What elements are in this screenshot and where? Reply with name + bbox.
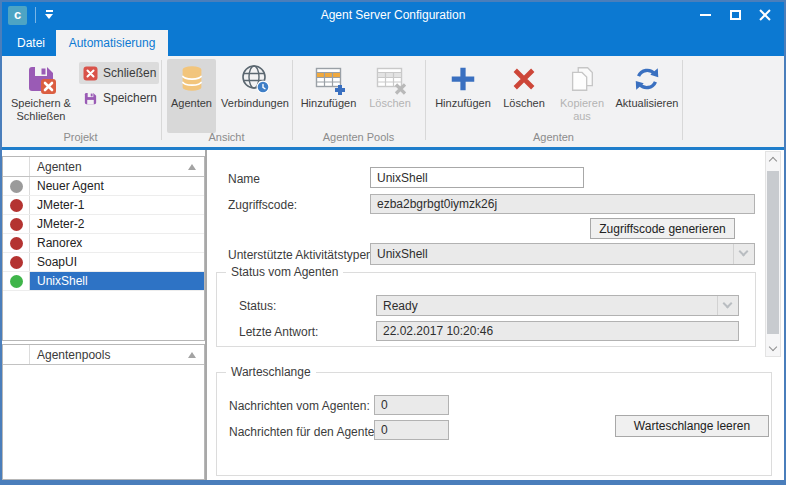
close-project-label: Schließen [103, 66, 156, 80]
chevron-down-icon [723, 299, 733, 309]
plus-icon [447, 63, 479, 95]
pool-list-header[interactable]: Agentenpools [3, 345, 204, 365]
last-response-input[interactable]: 22.02.2017 10:20:46 [376, 321, 739, 341]
agent-delete-button[interactable]: Löschen [497, 59, 551, 133]
agent-server-configuration-window: c Agent Server Configuration Datei Autom… [0, 0, 786, 485]
status-groupbox: Status vom Agenten Status: Ready Letzte … [216, 272, 756, 347]
status-circle [10, 256, 23, 269]
agent-column-header[interactable]: Agenten [30, 157, 204, 176]
queue-groupbox-label: Warteschlange [226, 365, 316, 379]
messages-for-agent-label: Nachrichten für den Agenten: [229, 425, 384, 439]
status-circle [10, 237, 23, 250]
chevron-down-icon [769, 343, 777, 351]
agent-refresh-label: Aktualisieren [616, 97, 679, 110]
status-column-header [3, 345, 30, 364]
chevron-up-icon [769, 157, 777, 165]
minimize-icon [700, 14, 711, 16]
last-response-label: Letzte Antwort: [239, 325, 318, 339]
ribbon-tab-row: Datei Automatisierung [0, 30, 786, 56]
database-icon [176, 63, 208, 95]
minimize-button[interactable] [690, 0, 720, 30]
activity-types-value: UnixShell [377, 247, 428, 261]
agent-row-jmeter-1[interactable]: JMeter-1 [3, 196, 204, 215]
ribbon-separator [682, 60, 683, 140]
scrollbar-thumb[interactable] [767, 171, 779, 334]
agent-refresh-button[interactable]: Aktualisieren [613, 59, 681, 133]
messages-for-agent-input[interactable]: 0 [374, 420, 449, 440]
maximize-button[interactable] [720, 0, 750, 30]
status-circle [10, 275, 23, 288]
save-and-close-label: Speichern & Schließen [8, 97, 74, 123]
pool-delete-label: Löschen [369, 97, 411, 110]
agent-row-soapui[interactable]: SoapUI [3, 253, 204, 272]
activity-types-dropdown[interactable]: UnixShell [370, 243, 755, 265]
status-groupbox-label: Status vom Agenten [226, 265, 343, 279]
access-code-input[interactable]: ezba2bgrbgt0iymzk26j [370, 194, 755, 214]
generate-access-code-button[interactable]: Zugriffscode generieren [590, 218, 735, 239]
pool-column-header[interactable]: Agentenpools [30, 345, 204, 364]
copy-icon [566, 63, 598, 95]
panel-splitter[interactable] [205, 150, 207, 481]
agent-list-header[interactable]: Agenten [3, 157, 204, 177]
agent-name: UnixShell [30, 272, 204, 290]
table-add-icon [313, 63, 345, 95]
agent-delete-label: Löschen [503, 97, 545, 110]
save-project-button[interactable]: Speichern [79, 87, 159, 109]
name-label: Name [228, 172, 260, 186]
view-agents-button[interactable]: Agenten [167, 59, 216, 133]
ribbon-separator [292, 60, 293, 140]
table-delete-icon [374, 63, 406, 95]
view-connections-label: Verbindungen [221, 97, 289, 110]
agent-row-jmeter-2[interactable]: JMeter-2 [3, 215, 204, 234]
sort-ascending-icon [188, 352, 196, 358]
messages-from-agent-input[interactable]: 0 [374, 395, 449, 415]
status-dropdown[interactable]: Ready [376, 295, 739, 316]
agent-status-cell [3, 234, 30, 252]
agent-status-cell [3, 177, 30, 195]
save-project-icon [83, 91, 98, 106]
status-circle [10, 218, 23, 231]
agent-copy-from-button: Kopieren aus [553, 59, 611, 133]
pool-add-label: Hinzufügen [301, 97, 357, 110]
agent-row-neuer-agent[interactable]: Neuer Agent [3, 177, 204, 196]
agent-name: SoapUI [30, 253, 204, 271]
agent-status-cell [3, 272, 30, 290]
ribbon-separator [161, 60, 162, 140]
name-input[interactable]: UnixShell [370, 167, 584, 188]
pool-column-header-label: Agentenpools [37, 348, 110, 362]
scroll-up-button[interactable] [766, 152, 780, 168]
status-value: Ready [383, 299, 418, 313]
dropdown-arrow[interactable] [733, 244, 754, 264]
agent-add-button[interactable]: Hinzufügen [431, 59, 495, 133]
save-and-close-button[interactable]: Speichern & Schließen [8, 59, 74, 133]
status-circle [10, 180, 23, 193]
agent-copy-from-label: Kopieren aus [553, 97, 611, 123]
view-agents-label: Agenten [171, 97, 212, 110]
agent-status-cell [3, 215, 30, 233]
detail-scrollbar[interactable] [765, 151, 781, 357]
status-label: Status: [239, 299, 276, 313]
window-controls [690, 0, 780, 30]
title-bar[interactable]: c Agent Server Configuration [0, 0, 786, 30]
agent-row-unixshell[interactable]: UnixShell [3, 272, 204, 291]
scroll-down-button[interactable] [766, 340, 780, 356]
clear-queue-button[interactable]: Warteschlange leeren [615, 415, 769, 437]
globe-icon [239, 63, 271, 95]
tab-automatisierung[interactable]: Automatisierung [56, 30, 168, 56]
close-project-button[interactable]: Schließen [79, 62, 159, 84]
window-title: Agent Server Configuration [0, 0, 786, 30]
pool-add-button[interactable]: Hinzufügen [297, 59, 360, 133]
tab-datei[interactable]: Datei [6, 30, 56, 56]
pool-delete-button: Löschen [362, 59, 418, 133]
close-project-icon [83, 66, 98, 81]
save-project-label: Speichern [103, 91, 157, 105]
view-connections-button[interactable]: Verbindungen [219, 59, 291, 133]
close-icon [759, 9, 771, 21]
ribbon-separator [425, 60, 426, 140]
agent-name: JMeter-1 [30, 196, 204, 214]
status-circle [10, 199, 23, 212]
group-label-ansicht: Ansicht [161, 131, 292, 145]
close-button[interactable] [750, 0, 780, 30]
dropdown-arrow[interactable] [717, 296, 738, 315]
agent-row-ranorex[interactable]: Ranorex [3, 234, 204, 253]
